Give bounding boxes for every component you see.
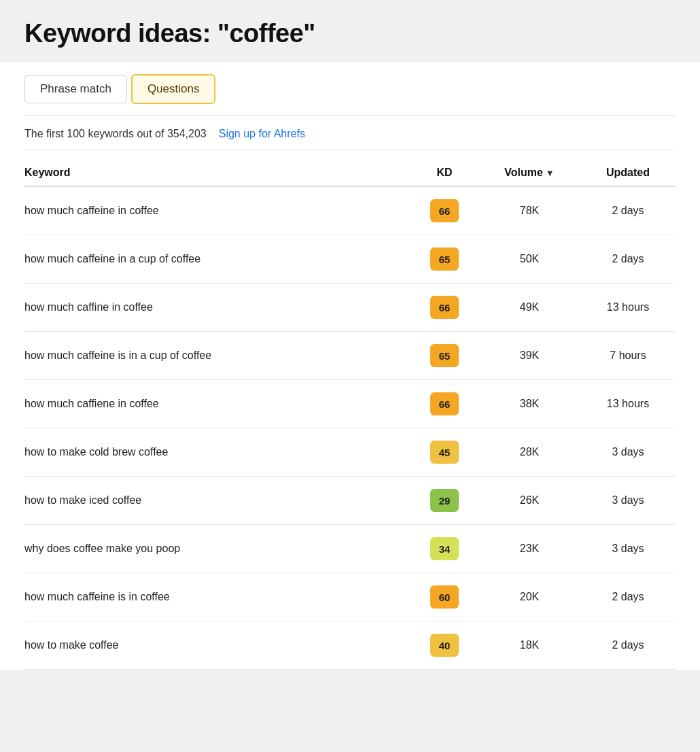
keyword-cell: how much caffeine in coffee <box>24 203 410 218</box>
kd-cell: 66 <box>410 296 478 319</box>
keyword-cell: why does coffee make you poop <box>24 541 410 556</box>
table-row: how much caffeine is in coffee 60 20K 2 … <box>24 573 676 621</box>
keyword-cell: how much caffeine is in a cup of coffee <box>24 347 410 363</box>
volume-cell: 28K <box>478 446 580 458</box>
header-section: Keyword ideas: "coffee" <box>0 0 700 62</box>
keyword-cell: how to make coffee <box>24 637 410 653</box>
kd-badge: 65 <box>430 344 459 367</box>
col-volume-header[interactable]: Volume ▼ <box>478 167 580 179</box>
volume-cell: 50K <box>478 253 580 265</box>
kd-cell: 65 <box>410 344 478 367</box>
kd-badge: 66 <box>430 199 459 222</box>
tab-phrase-match[interactable]: Phrase match <box>24 75 127 103</box>
info-row: The first 100 keywords out of 354,203 Si… <box>24 116 676 150</box>
updated-cell: 3 days <box>580 543 676 555</box>
sort-arrow-icon: ▼ <box>546 168 555 178</box>
kd-cell: 40 <box>410 634 478 657</box>
volume-cell: 20K <box>478 591 580 603</box>
kd-cell: 60 <box>410 585 478 609</box>
updated-cell: 2 days <box>580 253 676 265</box>
kd-badge: 29 <box>430 489 459 512</box>
updated-cell: 3 days <box>580 494 676 507</box>
kd-cell: 45 <box>410 441 478 464</box>
col-updated-header: Updated <box>580 167 676 179</box>
updated-cell: 7 hours <box>580 349 676 362</box>
kd-cell: 66 <box>410 392 478 415</box>
volume-cell: 78K <box>478 205 580 217</box>
keyword-cell: how much caffeine in a cup of coffee <box>24 251 410 267</box>
kd-cell: 29 <box>410 489 478 512</box>
kd-cell: 66 <box>410 199 478 222</box>
tab-questions[interactable]: Questions <box>131 74 216 104</box>
volume-cell: 23K <box>478 543 580 555</box>
info-text: The first 100 keywords out of 354,203 <box>24 128 207 140</box>
table-row: how much caffeine in coffee 66 78K 2 day… <box>24 187 676 235</box>
kd-badge: 34 <box>430 537 459 560</box>
table-row: how to make coffee 40 18K 2 days <box>24 621 676 670</box>
table-row: how to make cold brew coffee 45 28K 3 da… <box>24 428 676 477</box>
updated-cell: 2 days <box>580 205 676 217</box>
page-wrapper: Keyword ideas: "coffee" Phrase match Que… <box>0 0 700 670</box>
table-row: why does coffee make you poop 34 23K 3 d… <box>24 525 676 573</box>
kd-badge: 66 <box>430 392 459 415</box>
kd-badge: 40 <box>430 634 459 657</box>
keyword-cell: how much caffeine is in coffee <box>24 589 410 604</box>
updated-cell: 13 hours <box>580 398 676 410</box>
table-body: how much caffeine in coffee 66 78K 2 day… <box>24 187 676 670</box>
updated-cell: 2 days <box>580 591 676 603</box>
keyword-cell: how to make cold brew coffee <box>24 444 410 460</box>
volume-cell: 39K <box>478 349 580 362</box>
table-row: how much caffeine is in a cup of coffee … <box>24 332 676 380</box>
table-section: Keyword KD Volume ▼ Updated how much caf… <box>24 150 676 670</box>
kd-badge: 45 <box>430 441 459 464</box>
table-row: how much caffine in coffee 66 49K 13 hou… <box>24 284 676 332</box>
table-row: how to make iced coffee 29 26K 3 days <box>24 477 676 525</box>
content-section: Phrase match Questions The first 100 key… <box>0 62 700 670</box>
col-kd-header: KD <box>410 167 478 179</box>
keyword-cell: how much caffiene in coffee <box>24 396 410 411</box>
updated-cell: 3 days <box>580 446 676 458</box>
kd-badge: 60 <box>430 585 459 609</box>
volume-label: Volume <box>504 167 543 179</box>
volume-cell: 38K <box>478 398 580 410</box>
keyword-cell: how much caffine in coffee <box>24 299 410 315</box>
kd-badge: 65 <box>430 247 459 271</box>
table-row: how much caffiene in coffee 66 38K 13 ho… <box>24 380 676 428</box>
col-keyword-header: Keyword <box>24 167 410 179</box>
signup-link[interactable]: Sign up for Ahrefs <box>219 128 305 140</box>
kd-badge: 66 <box>430 296 459 319</box>
page-title: Keyword ideas: "coffee" <box>24 19 676 48</box>
updated-cell: 13 hours <box>580 301 676 313</box>
tabs-row: Phrase match Questions <box>24 62 676 116</box>
table-row: how much caffeine in a cup of coffee 65 … <box>24 235 676 284</box>
updated-cell: 2 days <box>580 639 676 651</box>
keyword-cell: how to make iced coffee <box>24 492 410 508</box>
volume-cell: 49K <box>478 301 580 313</box>
kd-cell: 34 <box>410 537 478 560</box>
kd-cell: 65 <box>410 247 478 271</box>
table-header: Keyword KD Volume ▼ Updated <box>24 157 676 187</box>
volume-cell: 18K <box>478 639 580 651</box>
volume-cell: 26K <box>478 494 580 507</box>
